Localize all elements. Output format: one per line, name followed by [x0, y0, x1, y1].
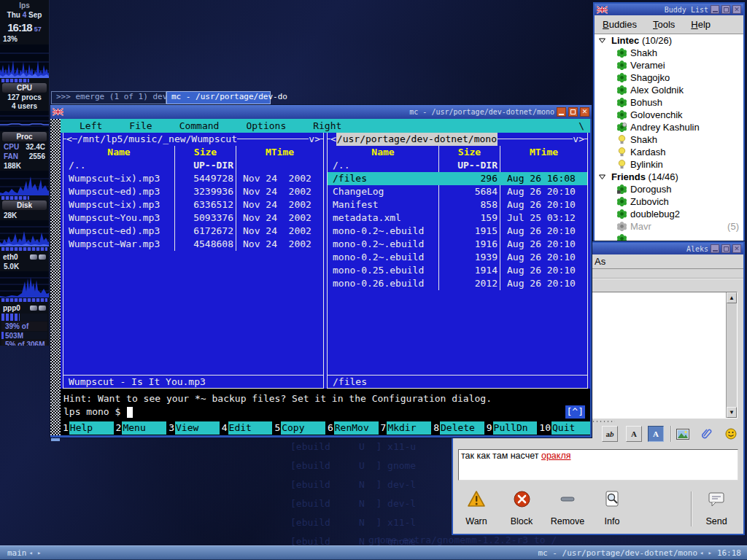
file-row[interactable]: mono-0.26.ebuild2012Aug 26 20:10 — [328, 277, 587, 290]
buddy-row[interactable]: Kardash — [595, 146, 743, 158]
updir-row[interactable]: /..UP--DIR — [328, 159, 587, 172]
file-row[interactable]: Manifest858Aug 26 20:10 — [328, 198, 587, 211]
taskbar-window-title[interactable]: mc - /usr/portage/dev-dotnet/mono — [538, 548, 697, 558]
menu-right[interactable]: Right — [313, 120, 341, 133]
scroll-down-icon[interactable]: ▼ — [727, 407, 737, 418]
file-row[interactable]: Wumpscut~You.mp35093376Nov 24 2002 — [63, 211, 323, 225]
left-panel-path[interactable]: </mnt/lp5/music/_new/Wumpscutv> — [63, 133, 323, 146]
minimize-button[interactable] — [711, 5, 719, 14]
chat-input-link[interactable]: оракля — [541, 451, 571, 461]
close-button[interactable]: ✕ — [580, 107, 589, 117]
minimize-button[interactable] — [557, 107, 566, 117]
buddy-row[interactable]: Bylinkin — [595, 158, 743, 171]
fkey-renmov[interactable]: 6RenMov — [325, 421, 379, 435]
format-font-button[interactable]: ab — [602, 426, 618, 442]
warn-button[interactable]: Warn — [454, 489, 498, 529]
file-row-selected[interactable]: /files296Aug 26 16:08 — [328, 172, 587, 185]
file-row[interactable]: Wumpscut~ed).mp36172672Nov 24 2002 — [63, 225, 323, 238]
block-button[interactable]: Block — [500, 489, 543, 529]
buddy-row[interactable]: Alex Goldnik — [595, 84, 743, 96]
fkey-pulldn[interactable]: 9PullDn — [484, 421, 538, 435]
maximize-button[interactable] — [568, 107, 578, 117]
buddy-row[interactable]: Golovenchik — [595, 109, 743, 121]
fkey-quit[interactable]: 10Quit — [537, 421, 590, 435]
insert-link-button[interactable] — [699, 426, 715, 442]
fkey-help[interactable]: 1Help — [61, 421, 114, 435]
column-headers[interactable]: NameSizeMTime — [328, 146, 587, 159]
buddy-row[interactable]: Shakh — [595, 133, 743, 146]
expander-icon[interactable] — [598, 36, 606, 44]
minimize-button[interactable] — [711, 244, 719, 253]
buddy-row[interactable]: Andrey Kashulin — [595, 121, 743, 133]
file-row[interactable]: metadata.xml159Jul 25 03:12 — [328, 211, 587, 225]
buddy-row-offline[interactable]: Mavr(5) — [595, 220, 743, 233]
ppp0-button[interactable] — [39, 306, 46, 311]
mc-titlebar[interactable]: mc - /usr/portage/dev-dotnet/mono ✕ — [50, 105, 592, 119]
remove-button[interactable]: Remove — [546, 489, 589, 529]
window-tab-emerge[interactable]: >>> emerge (1 of 1) dev — [51, 91, 166, 104]
menu-options[interactable]: Options — [246, 120, 286, 133]
scrollbar[interactable]: ▲ ▼ — [726, 292, 737, 418]
menu-left[interactable]: Left — [80, 120, 102, 133]
close-button[interactable]: ✕ — [732, 244, 741, 253]
chat-input[interactable]: так как там насчет оракля — [458, 449, 738, 481]
buddy-row[interactable]: Bohush — [595, 96, 743, 109]
file-row[interactable]: mono-0.2~.ebuild1916Aug 26 20:10 — [328, 238, 587, 251]
file-row[interactable]: Wumpscut~ix).mp36336512Nov 24 2002 — [63, 198, 323, 211]
fkey-delete[interactable]: 8Delete — [431, 421, 484, 435]
file-row[interactable]: Wumpscut~ed).mp33239936Nov 24 2002 — [63, 185, 323, 198]
buddy-row[interactable]: doublebug2 — [595, 208, 743, 220]
buddy-row[interactable]: Dorogush — [595, 183, 743, 195]
file-row[interactable]: mono-0.2~.ebuild1939Aug 26 20:10 — [328, 251, 587, 264]
fkey-copy[interactable]: 5Copy — [272, 421, 325, 435]
workspace-next-icon[interactable]: ▸ — [35, 549, 43, 556]
updir-row[interactable]: /..UP--DIR — [63, 159, 323, 172]
close-button[interactable]: ✕ — [732, 5, 741, 14]
buddy-row[interactable]: Shagojko — [595, 71, 743, 84]
font-color-button[interactable]: A — [648, 426, 664, 442]
menu-file[interactable]: File — [129, 120, 152, 133]
file-row[interactable]: Wumpscut~ix).mp35449728Nov 24 2002 — [63, 172, 323, 185]
mc-resize-handle[interactable] — [51, 438, 60, 441]
group-row-lintec[interactable]: Lintec (10/26) — [595, 34, 743, 47]
menu-help[interactable]: Help — [683, 19, 719, 30]
font-size-button[interactable]: A — [626, 426, 642, 442]
window-tab-mc[interactable]: mc - /usr/portage/dev-do — [166, 91, 271, 104]
fkey-mkdir[interactable]: 7Mkdir — [379, 421, 432, 435]
eth0-button[interactable] — [30, 254, 37, 260]
ppp0-button[interactable] — [30, 306, 37, 311]
buddy-list-titlebar[interactable]: Buddy List ✕ — [595, 4, 743, 15]
group-row-friends[interactable]: Friends (14/46) — [595, 171, 743, 183]
chat-menu-fragment[interactable]: As — [595, 256, 605, 267]
menu-command[interactable]: Command — [179, 120, 220, 133]
file-row[interactable]: mono-0.25.ebuild1914Aug 26 20:10 — [328, 264, 587, 277]
buddy-row[interactable]: Shakh — [595, 47, 743, 59]
window-side-decoration[interactable] — [50, 119, 61, 435]
window-next-icon[interactable]: ▸ — [705, 549, 713, 556]
buddy-row[interactable]: Zubovich — [595, 195, 743, 208]
send-button[interactable]: Send — [694, 489, 738, 529]
column-headers[interactable]: NameSizeMTime — [63, 146, 323, 159]
file-row[interactable]: Wumpscut~War.mp34548608Nov 24 2002 — [63, 238, 323, 251]
right-panel-path[interactable]: </usr/portage/dev-dotnet/monov> — [328, 133, 587, 146]
buddy-row[interactable]: Veramei — [595, 59, 743, 71]
workspace-prev-icon[interactable]: ◂ — [27, 549, 35, 556]
fkey-view[interactable]: 3View — [166, 421, 220, 435]
file-row[interactable]: ChangeLog5684Aug 26 20:10 — [328, 185, 587, 198]
command-line[interactable]: lps mono $ [^] — [61, 405, 590, 419]
info-button[interactable]: Info — [590, 489, 634, 529]
insert-image-button[interactable] — [675, 426, 691, 442]
maximize-button[interactable] — [721, 5, 730, 14]
menu-tools[interactable]: Tools — [645, 19, 683, 30]
workspace-name[interactable]: main — [0, 548, 27, 558]
scroll-up-icon[interactable]: ▲ — [727, 292, 737, 303]
insert-smiley-button[interactable] — [723, 426, 739, 442]
scroll-up-button[interactable]: [^] — [565, 405, 585, 419]
toolbar-grip[interactable] — [592, 420, 615, 424]
maximize-button[interactable] — [721, 244, 730, 253]
expander-icon[interactable] — [598, 173, 606, 181]
file-row[interactable]: mono-0.2~.ebuild1915Aug 26 20:10 — [328, 225, 587, 238]
eth0-button[interactable] — [39, 254, 46, 260]
fkey-menu[interactable]: 2Menu — [114, 421, 167, 435]
fkey-edit[interactable]: 4Edit — [220, 421, 273, 435]
